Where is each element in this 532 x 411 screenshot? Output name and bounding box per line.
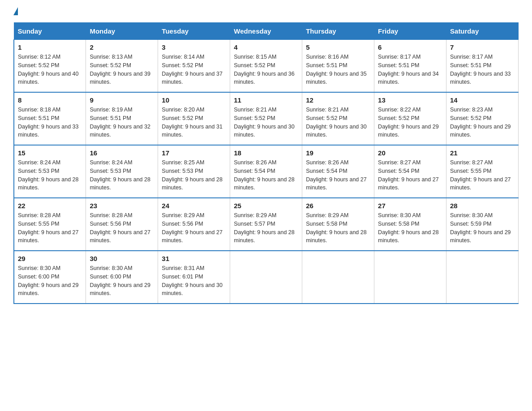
day-info: Sunrise: 8:28 AMSunset: 5:56 PMDaylight:… <box>90 212 150 244</box>
calendar-day-cell: 29 Sunrise: 8:30 AMSunset: 6:00 PMDaylig… <box>14 251 86 304</box>
calendar-day-cell: 21 Sunrise: 8:27 AMSunset: 5:55 PMDaylig… <box>446 145 519 198</box>
day-info: Sunrise: 8:21 AMSunset: 5:52 PMDaylight:… <box>306 107 367 138</box>
calendar-day-cell: 12 Sunrise: 8:21 AMSunset: 5:52 PMDaylig… <box>302 92 374 145</box>
calendar-day-cell: 4 Sunrise: 8:15 AMSunset: 5:52 PMDayligh… <box>230 40 302 93</box>
day-info: Sunrise: 8:30 AMSunset: 6:00 PMDaylight:… <box>18 265 79 296</box>
day-number: 13 <box>378 96 442 104</box>
day-number: 3 <box>162 43 226 51</box>
calendar-day-cell: 18 Sunrise: 8:26 AMSunset: 5:54 PMDaylig… <box>230 145 302 198</box>
day-number: 25 <box>234 202 298 210</box>
calendar-day-cell: 1 Sunrise: 8:12 AMSunset: 5:52 PMDayligh… <box>14 40 86 93</box>
day-number: 15 <box>18 149 82 157</box>
calendar-table: SundayMondayTuesdayWednesdayThursdayFrid… <box>13 22 519 304</box>
calendar-day-cell: 6 Sunrise: 8:17 AMSunset: 5:51 PMDayligh… <box>374 40 446 93</box>
calendar-week-row: 1 Sunrise: 8:12 AMSunset: 5:52 PMDayligh… <box>14 40 519 93</box>
day-number: 7 <box>450 43 515 51</box>
day-info: Sunrise: 8:17 AMSunset: 5:51 PMDaylight:… <box>378 54 439 85</box>
day-info: Sunrise: 8:24 AMSunset: 5:53 PMDaylight:… <box>90 159 150 191</box>
dow-header-monday: Monday <box>86 23 158 40</box>
day-info: Sunrise: 8:17 AMSunset: 5:51 PMDaylight:… <box>450 54 511 85</box>
day-number: 4 <box>234 43 298 51</box>
day-info: Sunrise: 8:25 AMSunset: 5:53 PMDaylight:… <box>162 159 223 191</box>
calendar-day-cell: 16 Sunrise: 8:24 AMSunset: 5:53 PMDaylig… <box>86 145 158 198</box>
day-info: Sunrise: 8:29 AMSunset: 5:57 PMDaylight:… <box>234 212 295 244</box>
day-number: 19 <box>306 149 370 157</box>
calendar-day-cell <box>374 251 446 304</box>
calendar-week-row: 8 Sunrise: 8:18 AMSunset: 5:51 PMDayligh… <box>14 92 519 145</box>
calendar-day-cell <box>302 251 374 304</box>
day-number: 14 <box>450 96 515 104</box>
day-number: 23 <box>90 202 154 210</box>
day-number: 31 <box>162 255 226 262</box>
day-number: 20 <box>378 149 442 157</box>
calendar-day-cell: 14 Sunrise: 8:23 AMSunset: 5:52 PMDaylig… <box>446 92 519 145</box>
calendar-day-cell: 8 Sunrise: 8:18 AMSunset: 5:51 PMDayligh… <box>14 92 86 145</box>
day-number: 26 <box>306 202 370 210</box>
day-number: 24 <box>162 202 226 210</box>
day-number: 2 <box>90 43 154 51</box>
day-info: Sunrise: 8:29 AMSunset: 5:58 PMDaylight:… <box>306 212 367 244</box>
calendar-day-cell: 3 Sunrise: 8:14 AMSunset: 5:52 PMDayligh… <box>158 40 230 93</box>
day-number: 29 <box>18 255 82 262</box>
day-number: 9 <box>90 96 154 104</box>
day-number: 22 <box>18 202 82 210</box>
day-number: 1 <box>18 43 82 51</box>
calendar-day-cell: 19 Sunrise: 8:26 AMSunset: 5:54 PMDaylig… <box>302 145 374 198</box>
calendar-day-cell: 24 Sunrise: 8:29 AMSunset: 5:56 PMDaylig… <box>158 198 230 251</box>
day-info: Sunrise: 8:14 AMSunset: 5:52 PMDaylight:… <box>162 54 223 85</box>
day-number: 8 <box>18 96 82 104</box>
calendar-day-cell: 30 Sunrise: 8:30 AMSunset: 6:00 PMDaylig… <box>86 251 158 304</box>
day-info: Sunrise: 8:31 AMSunset: 6:01 PMDaylight:… <box>162 265 223 296</box>
day-info: Sunrise: 8:21 AMSunset: 5:52 PMDaylight:… <box>234 107 295 138</box>
day-info: Sunrise: 8:15 AMSunset: 5:52 PMDaylight:… <box>234 54 295 85</box>
day-number: 5 <box>306 43 370 51</box>
day-of-week-header-row: SundayMondayTuesdayWednesdayThursdayFrid… <box>14 23 519 40</box>
dow-header-wednesday: Wednesday <box>230 23 302 40</box>
day-info: Sunrise: 8:27 AMSunset: 5:55 PMDaylight:… <box>450 159 511 191</box>
day-info: Sunrise: 8:23 AMSunset: 5:52 PMDaylight:… <box>450 107 511 138</box>
page-header <box>13 9 519 15</box>
calendar-day-cell <box>446 251 519 304</box>
day-number: 18 <box>234 149 298 157</box>
calendar-body: 1 Sunrise: 8:12 AMSunset: 5:52 PMDayligh… <box>14 40 519 304</box>
day-info: Sunrise: 8:26 AMSunset: 5:54 PMDaylight:… <box>234 159 295 191</box>
day-info: Sunrise: 8:30 AMSunset: 6:00 PMDaylight:… <box>90 265 150 296</box>
calendar-week-row: 22 Sunrise: 8:28 AMSunset: 5:55 PMDaylig… <box>14 198 519 251</box>
calendar-day-cell: 20 Sunrise: 8:27 AMSunset: 5:54 PMDaylig… <box>374 145 446 198</box>
dow-header-friday: Friday <box>374 23 446 40</box>
dow-header-thursday: Thursday <box>302 23 374 40</box>
logo-triangle-icon <box>13 7 18 15</box>
day-info: Sunrise: 8:18 AMSunset: 5:51 PMDaylight:… <box>18 107 79 138</box>
day-info: Sunrise: 8:19 AMSunset: 5:51 PMDaylight:… <box>90 107 150 138</box>
day-info: Sunrise: 8:13 AMSunset: 5:52 PMDaylight:… <box>90 54 150 85</box>
day-info: Sunrise: 8:24 AMSunset: 5:53 PMDaylight:… <box>18 159 79 191</box>
day-info: Sunrise: 8:30 AMSunset: 5:59 PMDaylight:… <box>450 212 511 244</box>
logo <box>13 9 18 15</box>
day-number: 16 <box>90 149 154 157</box>
dow-header-tuesday: Tuesday <box>158 23 230 40</box>
day-info: Sunrise: 8:27 AMSunset: 5:54 PMDaylight:… <box>378 159 439 191</box>
calendar-day-cell: 5 Sunrise: 8:16 AMSunset: 5:51 PMDayligh… <box>302 40 374 93</box>
calendar-day-cell: 15 Sunrise: 8:24 AMSunset: 5:53 PMDaylig… <box>14 145 86 198</box>
calendar-day-cell: 7 Sunrise: 8:17 AMSunset: 5:51 PMDayligh… <box>446 40 519 93</box>
day-info: Sunrise: 8:20 AMSunset: 5:52 PMDaylight:… <box>162 107 223 138</box>
calendar-day-cell: 9 Sunrise: 8:19 AMSunset: 5:51 PMDayligh… <box>86 92 158 145</box>
day-number: 6 <box>378 43 442 51</box>
day-info: Sunrise: 8:12 AMSunset: 5:52 PMDaylight:… <box>18 54 79 85</box>
day-info: Sunrise: 8:28 AMSunset: 5:55 PMDaylight:… <box>18 212 79 244</box>
calendar-day-cell: 31 Sunrise: 8:31 AMSunset: 6:01 PMDaylig… <box>158 251 230 304</box>
calendar-day-cell: 27 Sunrise: 8:30 AMSunset: 5:58 PMDaylig… <box>374 198 446 251</box>
calendar-week-row: 15 Sunrise: 8:24 AMSunset: 5:53 PMDaylig… <box>14 145 519 198</box>
day-number: 30 <box>90 255 154 262</box>
day-number: 12 <box>306 96 370 104</box>
dow-header-sunday: Sunday <box>14 23 86 40</box>
day-info: Sunrise: 8:26 AMSunset: 5:54 PMDaylight:… <box>306 159 367 191</box>
day-number: 11 <box>234 96 298 104</box>
day-info: Sunrise: 8:29 AMSunset: 5:56 PMDaylight:… <box>162 212 223 244</box>
calendar-day-cell: 10 Sunrise: 8:20 AMSunset: 5:52 PMDaylig… <box>158 92 230 145</box>
calendar-day-cell: 2 Sunrise: 8:13 AMSunset: 5:52 PMDayligh… <box>86 40 158 93</box>
day-info: Sunrise: 8:16 AMSunset: 5:51 PMDaylight:… <box>306 54 367 85</box>
day-number: 10 <box>162 96 226 104</box>
day-info: Sunrise: 8:22 AMSunset: 5:52 PMDaylight:… <box>378 107 439 138</box>
day-number: 21 <box>450 149 515 157</box>
